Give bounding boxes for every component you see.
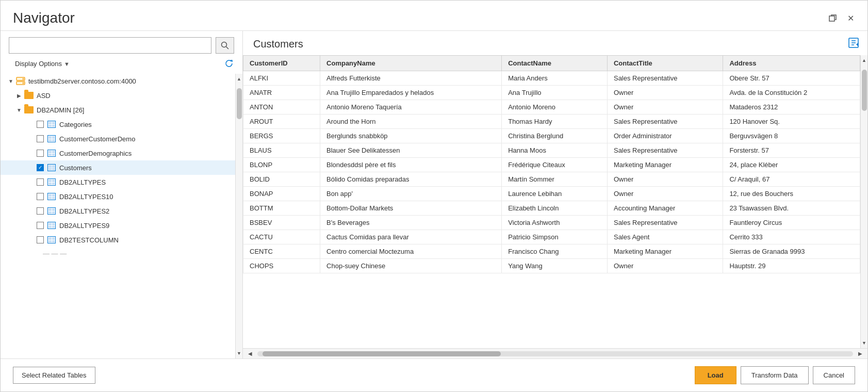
table-cell: Ana Trujillo Emparedados y helados (320, 86, 502, 100)
table-row[interactable]: BERGSBerglunds snabbköpChristina Berglun… (243, 129, 860, 143)
v-scroll-thumb[interactable] (862, 70, 867, 111)
h-scroll-thumb[interactable] (263, 351, 501, 356)
tree-toggle-asd[interactable]: ▶ (15, 91, 23, 100)
table-db2tc-icon (47, 235, 56, 244)
table-row[interactable]: BLAUSBlauer See DelikatessenHanna MoosSa… (243, 143, 860, 158)
col-contacttitle: ContactTitle (607, 56, 723, 71)
table-row[interactable]: BOTTMBottom-Dollar MarketsElizabeth Linc… (243, 201, 860, 216)
table-cell: Sales Representative (607, 143, 723, 158)
right-v-scroll-track[interactable]: ▲ ▼ (860, 55, 867, 348)
checkbox-customerdemographics[interactable] (37, 150, 44, 157)
tree-item-customers[interactable]: Customers (1, 160, 235, 175)
table-ccd-icon (47, 134, 56, 143)
refresh-button[interactable] (224, 58, 234, 71)
transform-data-button[interactable]: Transform Data (741, 366, 809, 384)
export-icon[interactable] (848, 37, 859, 51)
tree-spacer-customers (27, 164, 36, 172)
scroll-thumb[interactable] (237, 88, 242, 119)
tree-label-db2alltypes10: DB2ALLTYPES10 (59, 193, 113, 201)
checkbox-customers[interactable] (37, 164, 44, 171)
table-cell: Sales Representative (607, 216, 723, 230)
checkbox-db2alltypes10[interactable] (37, 193, 44, 200)
bottom-bar: Select Related Tables Load Transform Dat… (1, 358, 867, 391)
v-scroll-up-button[interactable]: ▲ (861, 55, 868, 66)
main-content: Display Options ▼ ▼ (1, 30, 867, 358)
scroll-down-button[interactable]: ▼ (236, 348, 243, 358)
table-cell: Accounting Manager (607, 201, 723, 216)
tree-item-categories[interactable]: Categories (1, 117, 235, 132)
col-customerid: CustomerID (243, 56, 320, 71)
search-button[interactable] (216, 37, 234, 54)
table-cd-icon (47, 149, 56, 158)
table-cell: Antonio Moreno (502, 100, 608, 115)
load-button[interactable]: Load (695, 366, 736, 384)
search-input[interactable] (9, 37, 211, 54)
h-scroll-left-button[interactable]: ◀ (245, 350, 255, 357)
tree-item-customerdemographics[interactable]: CustomerDemographics (1, 146, 235, 160)
table-cell: Owner (607, 100, 723, 115)
tree-item-db2alltypes10[interactable]: DB2ALLTYPES10 (1, 189, 235, 204)
folder-db2admin-icon (24, 105, 34, 115)
h-scroll-track[interactable] (257, 351, 853, 356)
select-related-tables-button[interactable]: Select Related Tables (13, 367, 95, 384)
right-panel: Customers (243, 31, 867, 358)
checkbox-categories[interactable] (37, 121, 44, 128)
table-body: ALFKIAlfreds FutterkisteMaria AndersSale… (243, 71, 860, 273)
tree-item-customercustomerdemo[interactable]: CustomerCustomerDemo (1, 132, 235, 146)
tree-item-db2testcolumn[interactable]: DB2TESTCOLUMN (1, 233, 235, 247)
restore-button[interactable] (828, 13, 838, 23)
scroll-up-button[interactable]: ▲ (236, 74, 243, 84)
checkbox-db2alltypes2[interactable] (37, 207, 44, 215)
checkbox-db2alltypes[interactable] (37, 178, 44, 186)
tree-toggle-server[interactable]: ▼ (7, 77, 15, 85)
table-cell: Bottom-Dollar Markets (320, 201, 502, 216)
table-row[interactable]: CACTUCactus Comidas para llevarPatricio … (243, 230, 860, 244)
table-row[interactable]: CENTCCentro comercial MoctezumaFrancisco… (243, 244, 860, 259)
table-row[interactable]: AROUTAround the HornThomas HardySales Re… (243, 115, 860, 129)
table-cell: Thomas Hardy (502, 115, 608, 129)
table-cell: Bon app' (320, 187, 502, 201)
left-scroll-track[interactable]: ▲ ▼ (235, 74, 242, 358)
col-companyname: CompanyName (320, 56, 502, 71)
table-row[interactable]: ANTONAntonio Moreno TaqueríaAntonio More… (243, 100, 860, 115)
svg-line-2 (226, 47, 229, 50)
tree-item-server[interactable]: ▼ testibmdb2server.contoso.com:4000 (1, 74, 235, 88)
tree-item-db2alltypes2[interactable]: DB2ALLTYPES2 (1, 204, 235, 218)
table-cell: Hanna Moos (502, 143, 608, 158)
table-cell: Owner (607, 86, 723, 100)
tree-label-db2testcolumn: DB2TESTCOLUMN (59, 236, 119, 244)
cancel-button[interactable]: Cancel (813, 366, 855, 384)
table-cell: Blauer See Delikatessen (320, 143, 502, 158)
table-row[interactable]: BLONPBlondesddsl père et filsFrédérique … (243, 158, 860, 172)
table-row[interactable]: BOLIDBólido Comidas preparadasMartín Som… (243, 172, 860, 187)
table-row[interactable]: BONAPBon app'Laurence LebihanOwner12, ru… (243, 187, 860, 201)
tree-toggle-db2admin[interactable]: ▼ (15, 106, 23, 114)
checkbox-db2testcolumn[interactable] (37, 236, 44, 243)
tree-item-db2admin[interactable]: ▼ DB2ADMIN [26] (1, 103, 235, 117)
tree-item-db2alltypes9[interactable]: DB2ALLTYPES9 (1, 218, 235, 233)
table-cell: Owner (607, 172, 723, 187)
checkbox-db2alltypes9[interactable] (37, 222, 44, 229)
close-button[interactable]: ✕ (846, 13, 855, 23)
tree-item-asd[interactable]: ▶ ASD (1, 88, 235, 103)
table-cell: Elizabeth Lincoln (502, 201, 608, 216)
table-row[interactable]: ANATRAna Trujillo Emparedados y heladosA… (243, 86, 860, 100)
table-row[interactable]: CHOPSChop-suey ChineseYang WangOwnerHaup… (243, 259, 860, 273)
svg-point-6 (23, 83, 24, 84)
table-cell: Around the Horn (320, 115, 502, 129)
tree-item-db2alltypes[interactable]: DB2ALLTYPES (1, 175, 235, 189)
checkbox-customercustomerdemo[interactable] (37, 135, 44, 142)
display-options-button[interactable]: Display Options ▼ (7, 58, 78, 72)
table-cell: Francisco Chang (502, 244, 608, 259)
table-cell: Martín Sommer (502, 172, 608, 187)
table-row[interactable]: ALFKIAlfreds FutterkisteMaria AndersSale… (243, 71, 860, 86)
table-cell: Sales Representative (607, 115, 723, 129)
h-scroll-right-button[interactable]: ▶ (855, 350, 865, 357)
table-cell: ANATR (243, 86, 320, 100)
table-cell: Maria Anders (502, 71, 608, 86)
table-row[interactable]: BSBEVB's BeveragesVictoria AshworthSales… (243, 216, 860, 230)
v-scroll-down-button[interactable]: ▼ (861, 338, 868, 348)
table-cell: Cactus Comidas para llevar (320, 230, 502, 244)
table-cell: Marketing Manager (607, 158, 723, 172)
table-cell: C/ Araquil, 67 (723, 172, 860, 187)
